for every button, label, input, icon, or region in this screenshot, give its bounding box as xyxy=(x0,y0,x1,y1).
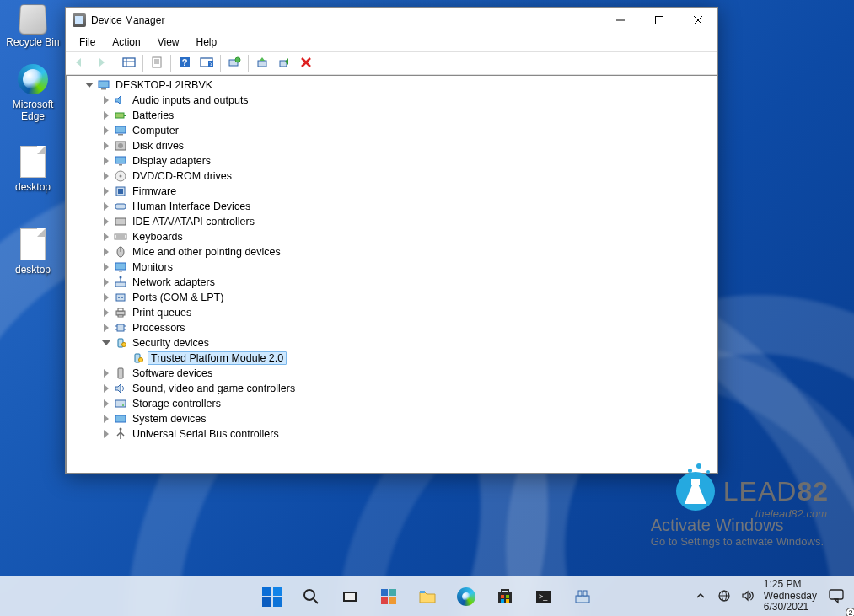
toolbar-help-button[interactable]: ? xyxy=(175,53,195,73)
menu-action[interactable]: Action xyxy=(104,35,148,50)
titlebar[interactable]: Device Manager xyxy=(66,8,717,33)
taskbar-start[interactable] xyxy=(255,580,289,613)
tree-category-dvd[interactable]: DVD/CD-ROM drives xyxy=(70,169,717,184)
tree-root[interactable]: DESKTOP-L2IRBVK xyxy=(70,78,717,93)
notifications-icon[interactable]: 2 xyxy=(825,588,847,603)
taskbar-edge[interactable] xyxy=(449,580,483,613)
expand-arrow-icon[interactable] xyxy=(100,261,112,273)
desktop-icon-edge[interactable]: Microsoft Edge xyxy=(2,62,64,122)
expand-arrow-icon[interactable] xyxy=(100,231,112,243)
expand-arrow-icon[interactable] xyxy=(100,322,112,334)
tray-chevron-up-icon[interactable] xyxy=(693,588,708,603)
scan-hardware-icon xyxy=(228,56,241,71)
tree-category-label: Security devices xyxy=(131,337,211,349)
volume-icon[interactable] xyxy=(740,588,755,603)
tree-category-ide[interactable]: IDE ATA/ATAPI controllers xyxy=(70,214,717,229)
expand-arrow-icon[interactable] xyxy=(100,413,112,425)
menu-file[interactable]: File xyxy=(71,35,104,50)
tree-category-audio[interactable]: Audio inputs and outputs xyxy=(70,93,717,108)
tree-device-tpm[interactable]: Trusted Platform Module 2.0 xyxy=(70,351,717,366)
desktop-icon-file1[interactable]: desktop xyxy=(2,145,64,193)
tree-category-battery[interactable]: Batteries xyxy=(70,108,717,123)
tree-category-system[interactable]: System devices xyxy=(70,411,717,426)
toolbar-uninstall-button[interactable] xyxy=(274,53,294,73)
taskbar-explorer[interactable] xyxy=(411,580,444,613)
tree-category-computer[interactable]: Computer xyxy=(70,123,717,138)
svg-rect-94 xyxy=(576,596,589,603)
expand-arrow-icon[interactable] xyxy=(100,94,112,106)
taskbar-search[interactable] xyxy=(294,580,328,613)
tree-category-usb[interactable]: Universal Serial Bus controllers xyxy=(70,426,717,442)
tree-category-display[interactable]: Display adapters xyxy=(70,153,717,169)
tree-category-mouse[interactable]: Mice and other pointing devices xyxy=(70,244,717,260)
svg-marker-21 xyxy=(260,57,265,61)
tree-category-label: DVD/CD-ROM drives xyxy=(131,170,234,182)
tree-category-keyboard[interactable]: Keyboards xyxy=(70,229,717,244)
taskbar-terminal[interactable]: >_ xyxy=(527,580,561,613)
taskbar-store[interactable] xyxy=(488,580,522,613)
tree-category-label: Mice and other pointing devices xyxy=(131,246,282,258)
menubar: FileActionViewHelp xyxy=(66,33,717,51)
taskbar-devicemgr[interactable] xyxy=(566,580,599,613)
tree-category-network[interactable]: Network adapters xyxy=(70,275,717,290)
expand-arrow-icon[interactable] xyxy=(100,337,112,349)
expand-arrow-icon[interactable] xyxy=(100,383,112,394)
tpm-icon xyxy=(131,351,144,365)
minimize-button[interactable] xyxy=(601,8,640,33)
svg-point-67 xyxy=(139,358,143,362)
tree-category-label: Universal Serial Bus controllers xyxy=(131,428,281,440)
toolbar-disable-button[interactable] xyxy=(296,53,316,73)
tree-category-firmware[interactable]: Firmware xyxy=(70,184,717,199)
expand-arrow-icon[interactable] xyxy=(100,185,112,197)
ide-icon xyxy=(114,215,127,228)
maximize-button[interactable] xyxy=(640,8,679,33)
expand-arrow-icon[interactable] xyxy=(100,216,112,228)
tree-category-hid[interactable]: Human Interface Devices xyxy=(70,199,717,214)
menu-help[interactable]: Help xyxy=(188,35,226,50)
tree-category-software[interactable]: Software devices xyxy=(70,366,717,381)
expand-arrow-icon[interactable] xyxy=(100,276,112,288)
device-tree[interactable]: DESKTOP-L2IRBVKAudio inputs and outputsB… xyxy=(66,75,717,474)
svg-rect-40 xyxy=(118,189,123,194)
expand-arrow-icon[interactable] xyxy=(100,307,112,319)
network-icon[interactable] xyxy=(717,588,732,603)
svg-rect-29 xyxy=(115,113,124,118)
cpu-icon xyxy=(114,321,127,335)
tree-category-monitor[interactable]: Monitors xyxy=(70,260,717,275)
tree-category-sound[interactable]: Sound, video and game controllers xyxy=(70,381,717,396)
desktop-icon-recycle-bin[interactable]: Recycle Bin xyxy=(2,0,64,48)
tree-category-ports[interactable]: Ports (COM & LPT) xyxy=(70,290,717,305)
tree-category-printer[interactable]: Print queues xyxy=(70,305,717,320)
toolbar-properties-button[interactable] xyxy=(147,53,167,73)
toolbar-show-hidden-button[interactable] xyxy=(119,53,139,73)
desktop-icon-file2[interactable]: desktop xyxy=(2,228,64,276)
expand-arrow-icon[interactable] xyxy=(100,110,112,121)
tree-category-label: Keyboards xyxy=(131,231,185,243)
tree-category-security[interactable]: Security devices xyxy=(70,335,717,351)
expand-arrow-icon[interactable] xyxy=(100,201,112,212)
toolbar-update-driver-button[interactable] xyxy=(252,53,272,73)
expand-arrow-icon[interactable] xyxy=(100,398,112,410)
svg-rect-82 xyxy=(389,589,396,596)
expand-arrow-icon[interactable] xyxy=(100,125,112,137)
taskbar-taskview[interactable] xyxy=(333,580,367,613)
expand-arrow-icon[interactable] xyxy=(100,367,112,379)
expand-arrow-icon[interactable] xyxy=(83,79,95,91)
expand-arrow-icon[interactable] xyxy=(100,155,112,167)
taskbar-widgets[interactable] xyxy=(372,580,406,613)
expand-arrow-icon[interactable] xyxy=(100,140,112,152)
tree-category-cpu[interactable]: Processors xyxy=(70,320,717,335)
svg-point-34 xyxy=(118,143,123,148)
expand-arrow-icon[interactable] xyxy=(100,428,112,440)
toolbar-scan-hardware-button[interactable] xyxy=(224,53,244,73)
expand-arrow-icon[interactable] xyxy=(100,170,112,182)
menu-view[interactable]: View xyxy=(149,35,188,50)
tree-category-disk[interactable]: Disk drives xyxy=(70,138,717,153)
toolbar-help-about-button[interactable]: ? xyxy=(196,53,217,73)
close-button[interactable] xyxy=(679,8,717,33)
expand-arrow-icon[interactable] xyxy=(100,292,112,303)
expand-arrow-icon[interactable] xyxy=(100,246,112,258)
taskbar-clock[interactable]: 1:25 PM Wednesday 6/30/2021 xyxy=(764,579,817,613)
devicemgr-icon xyxy=(573,587,592,606)
tree-category-storage[interactable]: Storage controllers xyxy=(70,396,717,411)
